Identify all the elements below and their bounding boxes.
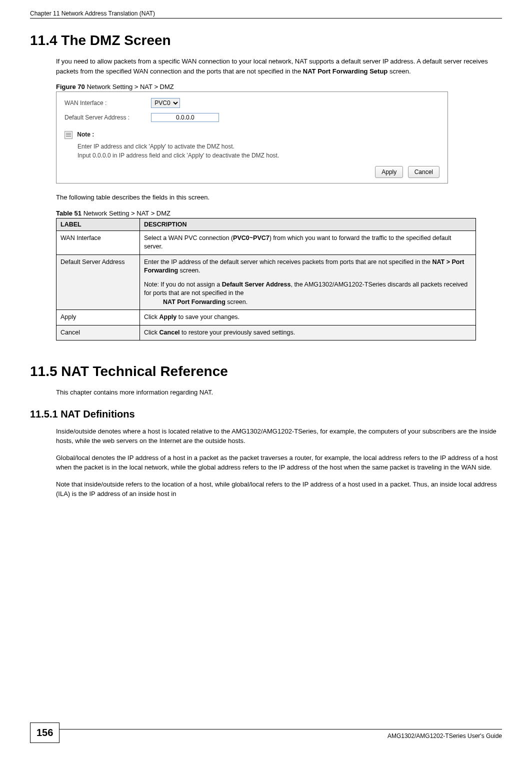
desc-mid: screen. [178, 267, 200, 274]
note-header: Note : [64, 131, 440, 139]
page-number: 156 [30, 722, 60, 743]
section-114-intro: If you need to allow packets from a spec… [56, 56, 502, 76]
intro-text-before: If you need to allow packets from a spec… [56, 58, 488, 75]
desc-before: Click [144, 314, 160, 320]
note-line-1: Enter IP address and click 'Apply' to ac… [78, 142, 440, 151]
wan-interface-select[interactable]: PVC0 [151, 98, 180, 108]
button-row: Apply Cancel [64, 166, 440, 178]
cell-label: Cancel [56, 325, 140, 340]
table-label: Table 51 [56, 210, 82, 217]
default-server-input[interactable] [151, 113, 219, 122]
desc-before: Enter the IP address of the default serv… [144, 258, 432, 266]
default-server-label: Default Server Address : [64, 114, 150, 121]
section-115-intro: This chapter contains more information r… [56, 388, 502, 398]
cell-label: Apply [56, 310, 140, 326]
section-heading-115: 11.5 NAT Technical Reference [30, 364, 502, 380]
table-header-row: LABEL DESCRIPTION [56, 218, 476, 230]
desc-after: to save your changes. [176, 314, 240, 320]
table-row: Apply Click Apply to save your changes. [56, 310, 476, 326]
table-row: WAN Interface Select a WAN PVC connectio… [56, 230, 476, 254]
table-51-caption: Table 51 Network Setting > NAT > DMZ [56, 210, 502, 217]
chapter-title: Chapter 11 Network Address Translation (… [30, 10, 155, 17]
figure-caption-text: Network Setting > NAT > DMZ [85, 83, 174, 90]
cancel-button[interactable]: Cancel [408, 166, 440, 178]
note-body: Enter IP address and click 'Apply' to ac… [78, 142, 440, 160]
section-1151-p2: Global/local denotes the IP address of a… [56, 453, 502, 472]
intro-text-bold: NAT Port Forwarding Setup [303, 68, 388, 75]
table-row: Cancel Click Cancel to restore your prev… [56, 325, 476, 340]
desc-bold: PVC0~PVC7 [233, 234, 270, 242]
section-heading-114: 11.4 The DMZ Screen [30, 32, 502, 48]
note-icon [64, 131, 72, 139]
section-1151-p3: Note that inside/outside refers to the l… [56, 480, 502, 499]
cell-description: Click Apply to save your changes. [140, 310, 476, 326]
cell-description: Select a WAN PVC connection (PVC0~PVC7) … [140, 230, 476, 254]
cell-description: Click Cancel to restore your previously … [140, 325, 476, 340]
table-51: LABEL DESCRIPTION WAN Interface Select a… [56, 218, 476, 341]
page-footer: 156 AMG1302/AMG1202-TSeries User's Guide [30, 729, 502, 752]
section-1151-p1: Inside/outside denotes where a host is l… [56, 426, 502, 446]
page-header: Chapter 11 Network Address Translation (… [30, 10, 502, 18]
figure-label: Figure 70 [56, 83, 85, 90]
note-title: Note : [77, 131, 94, 138]
desc-before: Select a WAN PVC connection ( [144, 234, 233, 242]
desc-bold: Cancel [160, 329, 180, 336]
cell-label: Default Server Address [56, 254, 140, 310]
wan-interface-row: WAN Interface : PVC0 [64, 98, 440, 108]
note-line-2: Input 0.0.0.0 in IP address field and cl… [78, 151, 440, 160]
th-label: LABEL [56, 218, 140, 230]
note-bold1: Default Server Address [222, 281, 291, 288]
cell-label: WAN Interface [56, 230, 140, 254]
table-row: Default Server Address Enter the IP addr… [56, 254, 476, 310]
cell-description: Enter the IP address of the default serv… [140, 254, 476, 310]
footer-guide-title: AMG1302/AMG1202-TSeries User's Guide [388, 732, 502, 740]
figure-70-caption: Figure 70 Network Setting > NAT > DMZ [56, 83, 502, 90]
cell-note: Note: If you do not assign a Default Ser… [144, 280, 472, 307]
note-prefix: Note: If you do not assign a [144, 281, 222, 288]
dmz-screenshot: WAN Interface : PVC0 Default Server Addr… [56, 92, 448, 184]
note-bold2: NAT Port Forwarding [163, 298, 226, 306]
note-end: screen. [226, 298, 248, 306]
desc-before: Click [144, 329, 160, 336]
intro-text-after: screen. [388, 68, 410, 75]
desc-bold: Apply [160, 314, 177, 320]
default-server-row: Default Server Address : [64, 113, 440, 122]
table-caption-text: Network Setting > NAT > DMZ [82, 210, 170, 217]
between-text: The following table describes the fields… [56, 192, 502, 202]
th-description: DESCRIPTION [140, 218, 476, 230]
wan-interface-label: WAN Interface : [64, 100, 150, 106]
subsection-heading-1151: 11.5.1 NAT Definitions [30, 408, 502, 420]
desc-after: to restore your previously saved setting… [180, 329, 296, 336]
cell-note-continued: NAT Port Forwarding screen. [144, 298, 472, 307]
apply-button[interactable]: Apply [375, 166, 403, 178]
